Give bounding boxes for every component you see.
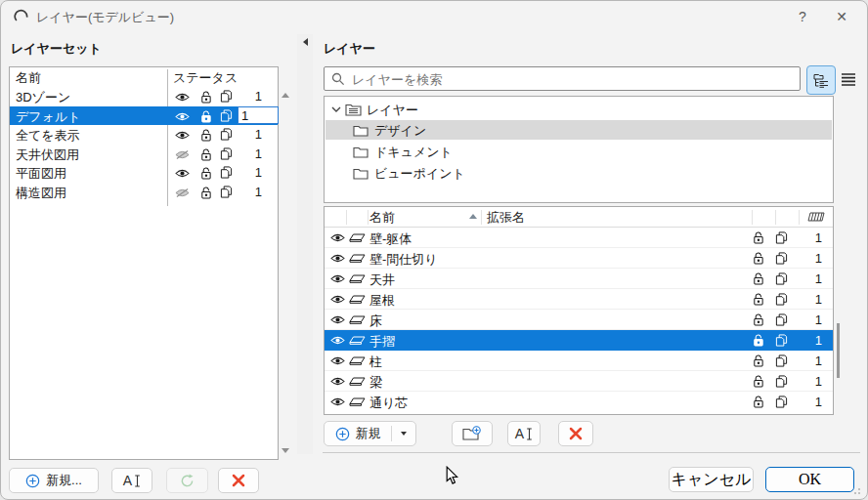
visible-eye-icon[interactable] xyxy=(330,396,345,407)
visible-eye-icon[interactable] xyxy=(330,232,345,243)
visible-eye-icon[interactable] xyxy=(330,376,345,387)
new-layer-dropdown[interactable] xyxy=(392,432,415,436)
layer-set-row[interactable]: 構造図用 1 xyxy=(10,183,278,202)
pages-icon[interactable] xyxy=(775,293,788,306)
scroll-up-arrow[interactable] xyxy=(282,93,289,98)
help-button[interactable]: ? xyxy=(789,5,816,28)
pages-icon[interactable] xyxy=(220,147,233,160)
unlock-icon[interactable] xyxy=(752,230,764,244)
layer-row-selected[interactable]: 手摺 1 xyxy=(325,330,833,351)
intersection-number[interactable]: 1 xyxy=(799,271,822,286)
unlock-icon[interactable] xyxy=(199,109,212,123)
pages-icon[interactable] xyxy=(775,334,788,347)
intersection-number-edit[interactable] xyxy=(238,106,279,124)
sort-ascending-icon[interactable] xyxy=(469,214,477,219)
panel-splitter[interactable] xyxy=(297,34,313,454)
visible-eye-icon[interactable] xyxy=(330,314,345,325)
layer-set-row[interactable]: 平面図用 1 xyxy=(10,163,278,183)
close-button[interactable]: ✕ xyxy=(826,5,857,28)
new-layer-split-button[interactable]: 新規 xyxy=(324,421,416,446)
hidden-eye-icon[interactable] xyxy=(175,149,190,160)
intersection-number[interactable]: 1 xyxy=(799,312,822,327)
pages-icon[interactable] xyxy=(775,313,788,326)
pages-icon[interactable] xyxy=(220,128,233,141)
chevron-down-icon[interactable] xyxy=(331,106,341,112)
pages-icon[interactable] xyxy=(775,354,788,367)
cancel-button[interactable]: キャンセル xyxy=(669,467,754,492)
visible-eye-icon[interactable] xyxy=(175,168,190,179)
unlock-icon[interactable] xyxy=(752,374,764,388)
unlock-icon[interactable] xyxy=(199,186,212,199)
rename-layer-button[interactable]: A xyxy=(507,421,541,446)
rename-layer-set-button[interactable]: A xyxy=(111,468,152,493)
column-header-name[interactable]: 名前 xyxy=(369,209,395,227)
layer-row[interactable]: 天井 1 xyxy=(325,269,833,289)
unlock-icon[interactable] xyxy=(752,395,764,408)
tree-folder-row-highlighted[interactable]: デザイン xyxy=(326,120,832,140)
unlock-icon[interactable] xyxy=(752,271,764,285)
unlock-icon[interactable] xyxy=(752,292,764,306)
intersection-number[interactable]: 1 xyxy=(799,374,822,389)
update-layer-set-button[interactable] xyxy=(166,468,208,493)
visible-eye-icon[interactable] xyxy=(330,355,345,366)
layer-sets-scrollbar[interactable] xyxy=(278,89,293,458)
layer-set-row[interactable]: 全てを表示 1 xyxy=(10,125,278,145)
pages-icon[interactable] xyxy=(220,186,233,198)
intersection-number[interactable]: 1 xyxy=(799,395,822,409)
unlock-icon[interactable] xyxy=(199,90,212,104)
pages-icon[interactable] xyxy=(220,90,233,103)
visible-eye-icon[interactable] xyxy=(175,130,190,141)
intersection-number[interactable]: 1 xyxy=(799,251,822,266)
intersection-group-column-icon[interactable] xyxy=(807,212,825,222)
intersection-number[interactable]: 1 xyxy=(242,127,262,142)
pages-icon[interactable] xyxy=(220,166,233,179)
intersection-number[interactable]: 1 xyxy=(799,230,822,245)
new-folder-button[interactable] xyxy=(452,421,493,446)
new-layer-button[interactable]: 新規 xyxy=(325,425,391,442)
visible-eye-icon[interactable] xyxy=(330,273,345,284)
intersection-number[interactable]: 1 xyxy=(799,354,822,368)
visible-eye-icon[interactable] xyxy=(330,335,345,346)
column-header-extension[interactable]: 拡張名 xyxy=(487,209,525,227)
layer-search-box[interactable] xyxy=(324,66,801,91)
titlebar[interactable]: レイヤー(モデルビュー) ? ✕ xyxy=(1,1,868,32)
delete-layer-set-button[interactable] xyxy=(218,468,259,493)
layers-scrollbar-thumb[interactable] xyxy=(837,323,840,378)
layer-row[interactable]: 通り芯 1 xyxy=(325,392,833,412)
visible-eye-icon[interactable] xyxy=(330,253,345,264)
unlock-icon[interactable] xyxy=(752,312,764,326)
intersection-number[interactable]: 1 xyxy=(799,333,822,348)
layer-row[interactable]: 壁-躯体 1 xyxy=(325,228,833,248)
layer-row[interactable]: 壁-間仕切り 1 xyxy=(325,248,833,269)
intersection-number[interactable]: 1 xyxy=(242,185,262,199)
delete-layer-button[interactable] xyxy=(558,421,593,446)
tree-root-row[interactable]: レイヤー xyxy=(326,100,832,119)
intersection-number[interactable]: 1 xyxy=(242,146,262,161)
unlock-icon[interactable] xyxy=(752,333,764,347)
tree-view-toggle[interactable] xyxy=(806,65,836,95)
visible-eye-icon[interactable] xyxy=(330,294,345,305)
pages-icon[interactable] xyxy=(775,231,788,244)
unlock-icon[interactable] xyxy=(199,128,212,142)
visible-eye-icon[interactable] xyxy=(175,111,190,122)
ok-button[interactable]: OK xyxy=(765,467,854,492)
tree-folder-row[interactable]: ビューポイント xyxy=(326,163,832,183)
visible-eye-icon[interactable] xyxy=(175,92,190,103)
column-header-name[interactable]: 名前 xyxy=(16,69,41,87)
layer-set-row[interactable]: 天井伏図用 1 xyxy=(10,145,278,164)
unlock-icon[interactable] xyxy=(752,251,764,265)
unlock-icon[interactable] xyxy=(199,166,212,180)
pages-icon[interactable] xyxy=(220,109,233,122)
hidden-eye-icon[interactable] xyxy=(175,188,190,198)
list-view-toggle[interactable] xyxy=(838,70,859,88)
intersection-number[interactable]: 1 xyxy=(242,89,262,104)
tree-folder-row[interactable]: ドキュメント xyxy=(326,142,832,161)
pages-icon[interactable] xyxy=(775,396,788,408)
pages-icon[interactable] xyxy=(775,272,788,285)
pages-icon[interactable] xyxy=(775,252,788,265)
column-header-status[interactable]: ステータス xyxy=(173,69,238,87)
layer-set-row-selected[interactable]: デフォルト xyxy=(10,106,278,126)
intersection-number[interactable]: 1 xyxy=(242,165,262,180)
unlock-icon[interactable] xyxy=(752,354,764,367)
new-layer-set-button[interactable]: 新規... xyxy=(9,468,99,493)
